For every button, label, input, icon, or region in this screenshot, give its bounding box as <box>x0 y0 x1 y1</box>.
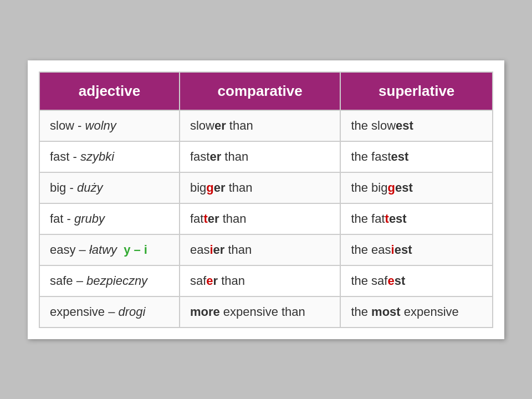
table-row: expensive – drogimore expensive thanthe … <box>39 296 493 328</box>
table-row: easy – łatwy y – ieasier thanthe easiest <box>39 234 493 265</box>
header-comparative: comparative <box>180 72 340 110</box>
slide-container: adjective comparative superlative slow -… <box>28 60 504 339</box>
cell-comparative: safer than <box>180 265 340 296</box>
table-row: fat - grubyfatter thanthe fattest <box>39 203 493 234</box>
cell-comparative: slower than <box>180 110 340 141</box>
table-row: slow - wolnyslower thanthe slowest <box>39 110 493 141</box>
cell-superlative: the fastest <box>340 141 493 172</box>
cell-comparative: fatter than <box>180 203 340 234</box>
header-superlative: superlative <box>340 72 493 110</box>
cell-superlative: the safest <box>340 265 493 296</box>
cell-adjective: fast - szybki <box>39 141 180 172</box>
table-row: big - dużybigger thanthe biggest <box>39 172 493 203</box>
cell-superlative: the fattest <box>340 203 493 234</box>
cell-comparative: more expensive than <box>180 296 340 328</box>
cell-adjective: big - duży <box>39 172 180 203</box>
cell-adjective: easy – łatwy y – i <box>39 234 180 265</box>
cell-comparative: bigger than <box>180 172 340 203</box>
cell-adjective: slow - wolny <box>39 110 180 141</box>
table-row: fast - szybkifaster thanthe fastest <box>39 141 493 172</box>
cell-superlative: the biggest <box>340 172 493 203</box>
header-adjective: adjective <box>39 72 180 110</box>
cell-adjective: fat - gruby <box>39 203 180 234</box>
cell-adjective: expensive – drogi <box>39 296 180 328</box>
cell-adjective: safe – bezpieczny <box>39 265 180 296</box>
cell-superlative: the easiest <box>340 234 493 265</box>
cell-comparative: easier than <box>180 234 340 265</box>
cell-comparative: faster than <box>180 141 340 172</box>
cell-superlative: the most expensive <box>340 296 493 328</box>
cell-superlative: the slowest <box>340 110 493 141</box>
table-row: safe – bezpiecznysafer thanthe safest <box>39 265 493 296</box>
adjectives-table: adjective comparative superlative slow -… <box>39 71 493 328</box>
